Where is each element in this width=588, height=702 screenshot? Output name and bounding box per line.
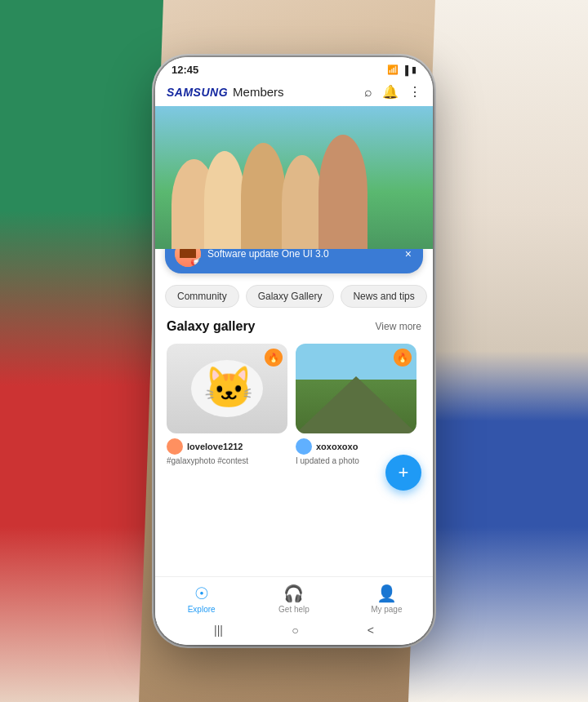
hero-person-4 — [282, 155, 323, 249]
tab-galaxy-gallery[interactable]: Galaxy Gallery — [246, 285, 335, 308]
brand-members: Members — [233, 85, 359, 99]
fire-badge-2: 🔥 — [394, 349, 412, 367]
user-avatar-2 — [296, 438, 312, 455]
notification-text: Software update One UI 3.0 — [207, 249, 403, 260]
wifi-icon: 📶 — [387, 64, 399, 75]
gallery-image-mountain: 🔥 — [296, 344, 416, 433]
bottom-nav-my-page[interactable]: 👤 My page — [341, 584, 433, 614]
get-help-label: Get help — [278, 605, 310, 614]
gallery-grid: 🔥 lovelove1212 #galaxyphoto #contest 🔥 — [155, 339, 433, 470]
top-nav-bar: SAMSUNG Members ⌕ 🔔 ⋮ — [155, 79, 433, 106]
my-page-label: My page — [371, 605, 402, 614]
gallery-view-more[interactable]: View more — [376, 321, 421, 332]
battery-icon: ▮ — [412, 64, 416, 75]
search-button[interactable]: ⌕ — [364, 85, 372, 100]
gallery-section-header: Galaxy gallery View more — [155, 314, 433, 339]
home-indicator: ||| ○ < — [155, 617, 433, 645]
hero-person-5 — [318, 135, 368, 249]
user-avatar-1 — [167, 438, 183, 455]
more-options-button[interactable]: ⋮ — [408, 84, 421, 100]
hero-banner — [155, 106, 433, 249]
notification-banner: Software update One UI 3.0 × — [165, 249, 423, 273]
explore-label: Explore — [188, 605, 216, 614]
bg-right-person — [408, 0, 588, 702]
explore-icon: ☉ — [194, 584, 209, 603]
gallery-username-1: lovelove1212 — [187, 442, 243, 451]
fab-add-button[interactable]: + — [385, 455, 421, 491]
signal-icon: ▐ — [402, 65, 408, 75]
hero-person-3 — [241, 143, 286, 249]
gallery-item-1[interactable]: 🔥 lovelove1212 #galaxyphoto #contest — [167, 344, 287, 465]
tab-community[interactable]: Community — [165, 285, 239, 308]
phone-screen: 12:45 📶 ▐ ▮ SAMSUNG Members ⌕ 🔔 ⋮ — [155, 57, 433, 645]
gallery-section-title: Galaxy gallery — [167, 319, 256, 334]
status-icons: 📶 ▐ ▮ — [387, 64, 416, 75]
fire-badge-1: 🔥 — [265, 349, 283, 367]
gallery-caption-1: #galaxyphoto #contest — [167, 456, 287, 465]
recents-button[interactable]: ||| — [214, 624, 223, 637]
notification-button[interactable]: 🔔 — [382, 84, 399, 100]
brand-samsung: SAMSUNG — [167, 86, 228, 99]
home-button[interactable]: ○ — [292, 624, 298, 637]
hero-person-2 — [204, 151, 245, 249]
bottom-nav-get-help[interactable]: 🎧 Get help — [247, 584, 340, 614]
tab-news-and-tips[interactable]: News and tips — [341, 285, 426, 308]
gallery-user-1: lovelove1212 — [167, 438, 287, 455]
back-button[interactable]: < — [368, 624, 374, 637]
bottom-nav: ☉ Explore 🎧 Get help 👤 My page — [155, 576, 433, 617]
gallery-username-2: xoxoxoxo — [316, 442, 358, 451]
fab-icon: + — [399, 462, 409, 483]
gallery-user-2: xoxoxoxo — [296, 438, 416, 455]
get-help-icon: 🎧 — [283, 584, 304, 603]
nav-action-icons: ⌕ 🔔 ⋮ — [364, 84, 421, 100]
status-bar: 12:45 📶 ▐ ▮ — [155, 57, 433, 79]
gallery-image-cat: 🔥 — [167, 344, 287, 433]
bottom-nav-explore[interactable]: ☉ Explore — [155, 584, 247, 614]
scroll-area: Software update One UI 3.0 × Community G… — [155, 249, 433, 576]
hero-group-photo — [155, 106, 433, 249]
my-page-icon: 👤 — [376, 584, 397, 603]
notification-close-button[interactable]: × — [403, 249, 413, 262]
notification-avatar-image — [175, 249, 201, 267]
bg-left-person — [0, 0, 163, 702]
notification-avatar — [175, 249, 201, 267]
category-tabs: Community Galaxy Gallery News and tips — [155, 273, 433, 314]
gallery-item-2[interactable]: 🔥 xoxoxoxo I updated a photo — [296, 344, 416, 465]
phone: 12:45 📶 ▐ ▮ SAMSUNG Members ⌕ 🔔 ⋮ — [155, 57, 433, 645]
status-time: 12:45 — [172, 64, 198, 76]
